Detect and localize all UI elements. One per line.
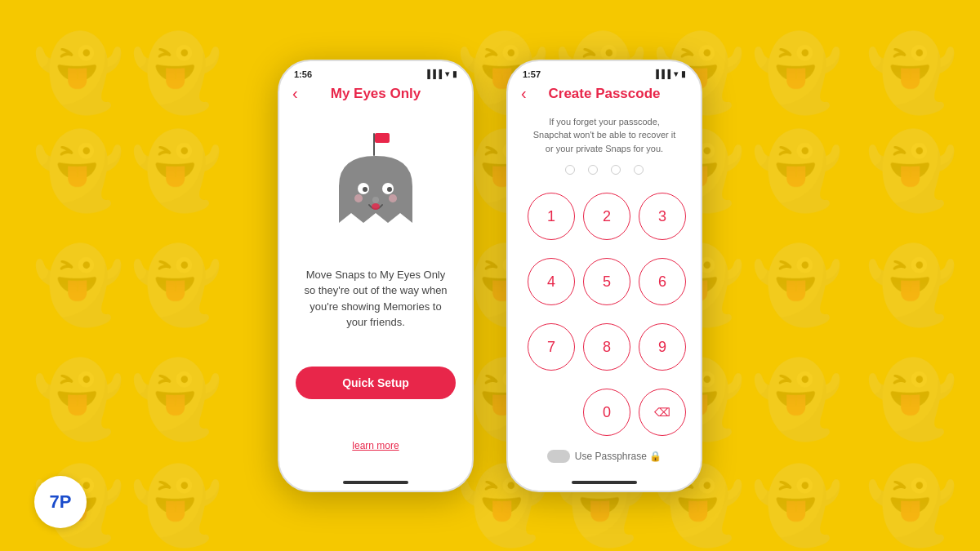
phone2-title: Create Passcode — [548, 86, 660, 102]
numpad-btn-5[interactable]: 5 — [583, 258, 630, 305]
svg-text:👻: 👻 — [751, 29, 844, 117]
phone1-description: Move Snaps to My Eyes Only so they're ou… — [296, 267, 456, 331]
svg-text:👻: 👻 — [131, 127, 223, 215]
numpad-btn-2[interactable]: 2 — [583, 193, 630, 240]
svg-text:👻: 👻 — [751, 462, 844, 549]
svg-text:👻: 👻 — [751, 127, 844, 215]
phone2-back-button[interactable]: ‹ — [521, 84, 527, 103]
ghost-mascot-illustration — [323, 125, 429, 231]
svg-text:👻: 👻 — [33, 356, 125, 443]
passcode-dot-2 — [588, 165, 598, 175]
svg-point-44 — [389, 194, 397, 202]
phone2-status-bar: 1:57 ▐▐▐ ▾ ▮ — [508, 61, 701, 82]
svg-text:👻: 👻 — [33, 242, 125, 329]
phone1-title: My Eyes Only — [331, 86, 421, 102]
logo-badge: 7P — [34, 476, 87, 528]
svg-text:👻: 👻 — [866, 356, 958, 443]
passphrase-toggle[interactable] — [547, 450, 570, 463]
phone1-back-button[interactable]: ‹ — [292, 84, 298, 103]
phone1: 1:56 ▐▐▐ ▾ ▮ ‹ My Eyes Only — [278, 60, 474, 492]
numpad-btn-6[interactable]: 6 — [639, 258, 686, 305]
quick-setup-button[interactable]: Quick Setup — [296, 367, 456, 399]
phones-wrapper: 1:56 ▐▐▐ ▾ ▮ ‹ My Eyes Only — [278, 60, 702, 492]
numpad-btn-4[interactable]: 4 — [528, 258, 575, 305]
phone2-time: 1:57 — [523, 69, 541, 79]
svg-text:👻: 👻 — [751, 356, 844, 443]
svg-point-40 — [387, 187, 392, 192]
phone1-time: 1:56 — [294, 69, 312, 79]
svg-text:👻: 👻 — [131, 242, 223, 329]
svg-rect-36 — [375, 133, 390, 143]
svg-point-42 — [372, 203, 380, 210]
svg-text:👻: 👻 — [33, 29, 125, 117]
passcode-dot-4 — [634, 165, 644, 175]
signal-icon: ▐▐▐ — [425, 69, 442, 78]
wifi-icon2: ▾ — [674, 69, 678, 78]
phone2-status-icons: ▐▐▐ ▾ ▮ — [653, 69, 686, 78]
phone1-status-bar: 1:56 ▐▐▐ ▾ ▮ — [279, 61, 472, 82]
svg-text:👻: 👻 — [131, 29, 223, 117]
svg-rect-35 — [373, 133, 375, 156]
numpad-btn-0[interactable]: 0 — [583, 389, 630, 436]
svg-point-39 — [363, 187, 368, 192]
use-passphrase-row: Use Passphrase 🔒 — [547, 442, 662, 463]
numpad-btn-9[interactable]: 9 — [639, 323, 686, 371]
numpad-delete-button[interactable]: ⌫ — [639, 389, 686, 436]
phone2-body: If you forget your passcode, Snapchat wo… — [508, 109, 701, 476]
phone1-body: Move Snaps to My Eyes Only so they're ou… — [279, 109, 472, 476]
svg-text:👻: 👻 — [751, 242, 844, 329]
phone2-home-indicator — [572, 481, 637, 484]
numpad-btn-8[interactable]: 8 — [583, 323, 630, 371]
battery-icon: ▮ — [452, 69, 457, 78]
use-passphrase-label: Use Passphrase 🔒 — [575, 451, 662, 462]
phone2: 1:57 ▐▐▐ ▾ ▮ ‹ Create Passcode If you fo… — [506, 60, 702, 492]
svg-text:👻: 👻 — [131, 356, 223, 443]
svg-point-43 — [354, 194, 363, 202]
phone1-status-icons: ▐▐▐ ▾ ▮ — [425, 69, 457, 78]
numpad: 1 2 3 4 5 6 7 8 9 0 ⌫ — [521, 188, 688, 442]
svg-text:👻: 👻 — [866, 127, 958, 215]
numpad-btn-1[interactable]: 1 — [528, 193, 575, 240]
svg-point-41 — [372, 197, 379, 203]
numpad-btn-3[interactable]: 3 — [639, 193, 686, 240]
passcode-warning: If you forget your passcode, Snapchat wo… — [521, 115, 688, 156]
svg-text:👻: 👻 — [866, 29, 958, 117]
numpad-btn-7[interactable]: 7 — [528, 323, 575, 371]
phone1-nav-bar: ‹ My Eyes Only — [279, 82, 472, 109]
svg-text:👻: 👻 — [33, 127, 125, 215]
passcode-dot-1 — [565, 165, 575, 175]
wifi-icon: ▾ — [445, 69, 449, 78]
svg-text:👻: 👻 — [131, 462, 223, 549]
svg-text:👻: 👻 — [866, 242, 958, 329]
learn-more-link[interactable]: learn more — [352, 440, 399, 451]
passcode-dot-3 — [611, 165, 621, 175]
numpad-empty — [528, 389, 575, 436]
phone1-home-indicator — [343, 481, 408, 484]
logo-text: 7P — [50, 491, 72, 513]
signal-icon2: ▐▐▐ — [653, 69, 670, 78]
svg-text:👻: 👻 — [866, 462, 958, 549]
phone2-nav-bar: ‹ Create Passcode — [508, 82, 701, 109]
passcode-dots — [565, 165, 644, 175]
battery-icon2: ▮ — [681, 69, 686, 78]
